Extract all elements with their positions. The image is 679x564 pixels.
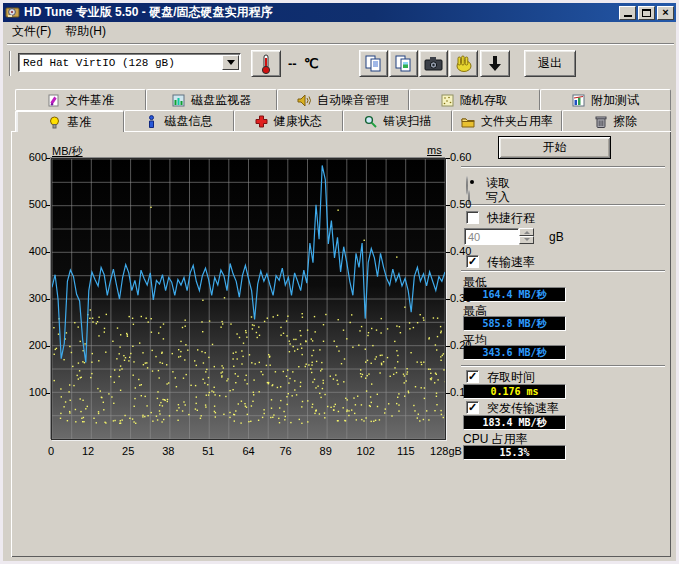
axis-tick-mark bbox=[46, 299, 50, 300]
cpu-usage-display: 15.3% bbox=[463, 445, 566, 460]
copy-text-button[interactable] bbox=[359, 50, 388, 77]
aam-hand-button[interactable] bbox=[449, 50, 478, 77]
divider bbox=[7, 43, 674, 45]
axis-tick-mark bbox=[46, 393, 50, 394]
x-tick-label: 12 bbox=[82, 445, 94, 457]
tab-label: 自动噪音管理 bbox=[317, 92, 389, 109]
divider bbox=[461, 365, 665, 367]
tab-auto-acoustic[interactable]: 自动噪音管理 bbox=[277, 89, 408, 110]
tab-row-lower: 基准 磁盘信息 健康状态 错误扫描 文件夹占用率 擦除 bbox=[15, 110, 671, 132]
y-left-tick-label: 600 bbox=[17, 151, 47, 163]
folder-icon bbox=[461, 116, 475, 128]
copy-icon bbox=[365, 55, 383, 73]
y-right-tick-label: 0.30 bbox=[450, 292, 471, 304]
tab-file-benchmark[interactable]: 文件基准 bbox=[15, 89, 146, 110]
benchmark-chart bbox=[51, 158, 446, 440]
maximize-button[interactable] bbox=[638, 6, 655, 20]
tab-error-scan[interactable]: 错误扫描 bbox=[343, 110, 452, 132]
close-button[interactable]: × bbox=[657, 6, 674, 20]
screenshot-button[interactable] bbox=[419, 50, 448, 77]
tab-extra-tests[interactable]: 附加测试 bbox=[540, 89, 671, 110]
hand-icon bbox=[455, 55, 473, 73]
file-benchmark-icon bbox=[47, 94, 60, 107]
capacity-value: 40 bbox=[464, 228, 519, 245]
axis-tick-mark bbox=[446, 252, 450, 253]
drive-select-arrow[interactable] bbox=[222, 55, 239, 70]
y-left-tick-label: 400 bbox=[17, 245, 47, 257]
y-right-tick-label: 0.40 bbox=[450, 245, 471, 257]
drive-select[interactable]: Red Hat VirtIO (128 gB) bbox=[18, 53, 241, 72]
temperature-unit: ℃ bbox=[304, 56, 319, 71]
tab-random-access[interactable]: 随机存取 bbox=[409, 89, 540, 110]
access-time-checkbox[interactable]: ✓ bbox=[466, 370, 479, 383]
save-button[interactable] bbox=[480, 50, 510, 77]
checkmark-icon: ✓ bbox=[468, 402, 477, 413]
chevron-down-icon bbox=[227, 60, 235, 69]
short-stroke-label: 快捷行程 bbox=[487, 210, 535, 227]
min-value-display: 164.4 MB/秒 bbox=[463, 287, 566, 302]
x-tick-label: 0 bbox=[48, 445, 54, 457]
tab-label: 附加测试 bbox=[591, 92, 639, 109]
menu-help[interactable]: 帮助(H) bbox=[58, 21, 113, 42]
tab-disk-info[interactable]: 磁盘信息 bbox=[124, 110, 233, 132]
spinner-down-button[interactable] bbox=[519, 236, 534, 244]
spinner-up-icon bbox=[524, 228, 530, 234]
y-left-tick-label: 100 bbox=[17, 386, 47, 398]
x-tick-label: 115 bbox=[397, 445, 415, 457]
spinner-up-button[interactable] bbox=[519, 228, 534, 236]
menu-file[interactable]: 文件(F) bbox=[5, 21, 58, 42]
app-icon bbox=[5, 5, 20, 20]
tab-benchmark[interactable]: 基准 bbox=[15, 110, 124, 132]
tab-label: 随机存取 bbox=[460, 92, 508, 109]
benchmark-bulb-icon bbox=[48, 116, 61, 129]
extra-tests-icon bbox=[572, 94, 585, 107]
tab-disk-monitor[interactable]: 磁盘监视器 bbox=[146, 89, 277, 110]
temperature-value: -- bbox=[288, 56, 297, 71]
tab-label: 擦除 bbox=[613, 113, 637, 130]
temperature-button[interactable] bbox=[251, 50, 281, 77]
menu-bar: 文件(F) 帮助(H) bbox=[3, 22, 676, 41]
thermometer-icon bbox=[260, 54, 272, 74]
camera-icon bbox=[424, 56, 443, 71]
trash-icon bbox=[595, 115, 607, 128]
y-left-tick-label: 500 bbox=[17, 198, 47, 210]
axis-tick-mark bbox=[446, 205, 450, 206]
copy-image-icon bbox=[395, 55, 413, 73]
start-button-label: 开始 bbox=[543, 139, 567, 156]
toolbar-grip bbox=[9, 51, 11, 76]
y-right-tick-label: 0.20 bbox=[450, 339, 471, 351]
minimize-button[interactable] bbox=[619, 6, 636, 20]
short-stroke-checkbox[interactable] bbox=[466, 211, 479, 224]
title-bar[interactable]: HD Tune 专业版 5.50 - 硬盘/固态硬盘实用程序 × bbox=[3, 3, 676, 22]
disk-monitor-icon bbox=[172, 94, 185, 107]
speaker-icon bbox=[297, 94, 311, 107]
start-button[interactable]: 开始 bbox=[498, 136, 611, 159]
exit-button[interactable]: 退出 bbox=[524, 50, 576, 77]
tab-erase[interactable]: 擦除 bbox=[562, 110, 671, 132]
capacity-unit-label: gB bbox=[549, 230, 564, 244]
health-cross-icon bbox=[255, 115, 268, 128]
y-right-tick-label: 0.10 bbox=[450, 386, 471, 398]
tab-label: 健康状态 bbox=[274, 113, 322, 130]
axis-tick-mark bbox=[446, 393, 450, 394]
tab-health[interactable]: 健康状态 bbox=[234, 110, 343, 132]
copy-image-button[interactable] bbox=[389, 50, 418, 77]
checkmark-icon: ✓ bbox=[468, 256, 477, 267]
capacity-spinner[interactable]: 40 bbox=[464, 228, 534, 245]
chart-canvas bbox=[52, 159, 445, 439]
axis-tick-mark bbox=[446, 346, 450, 347]
exit-button-label: 退出 bbox=[538, 55, 562, 72]
axis-tick-mark bbox=[446, 299, 450, 300]
x-tick-label: 102 bbox=[357, 445, 375, 457]
tab-folder-usage[interactable]: 文件夹占用率 bbox=[452, 110, 561, 132]
window-title: HD Tune 专业版 5.50 - 硬盘/固态硬盘实用程序 bbox=[24, 4, 272, 21]
app-window: HD Tune 专业版 5.50 - 硬盘/固态硬盘实用程序 × 文件(F) 帮… bbox=[0, 0, 679, 564]
burst-rate-checkbox[interactable]: ✓ bbox=[466, 401, 479, 414]
right-axis-unit: ms bbox=[427, 144, 442, 156]
x-tick-label: 76 bbox=[279, 445, 291, 457]
info-icon bbox=[145, 115, 158, 128]
axis-tick-mark bbox=[46, 205, 50, 206]
avg-value-display: 343.6 MB/秒 bbox=[463, 345, 566, 360]
x-tick-label: 25 bbox=[122, 445, 134, 457]
tab-row-upper: 文件基准 磁盘监视器 自动噪音管理 随机存取 附加测试 bbox=[15, 89, 671, 110]
